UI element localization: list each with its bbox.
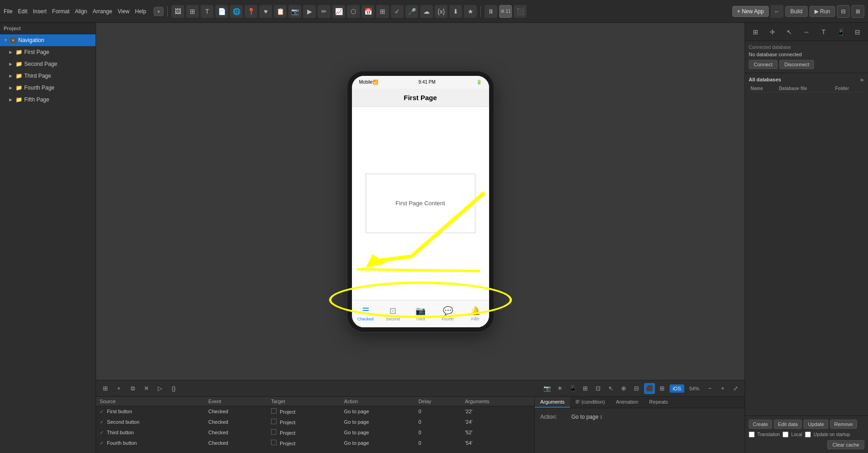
sidebar-item-first-page[interactable]: ▶ 📁 First Page (0, 46, 96, 58)
tab-repeats[interactable]: Repeats (644, 397, 673, 408)
grid2-icon[interactable]: ⊞ (376, 5, 389, 18)
screenshot-icon[interactable]: 📷 (542, 383, 553, 394)
sidebar-item-fourth-page[interactable]: ▶ 📁 Fourth Page (0, 82, 96, 94)
sidebar-item-label-third-page: Third Page (24, 73, 51, 79)
zoom-out-btn[interactable]: − (704, 383, 715, 394)
pattern-icon[interactable]: ⊞ (580, 383, 591, 394)
debug-badge[interactable]: ⚙ 11 (499, 5, 512, 18)
translation-checkbox[interactable] (749, 432, 755, 437)
sidebar-item-third-page[interactable]: ▶ 📁 Third Page (0, 70, 96, 82)
clear-cache-button[interactable]: Clear cache (827, 440, 864, 449)
menu-format[interactable]: Format (52, 8, 69, 15)
tab-animation[interactable]: Animation (610, 397, 644, 408)
layout-icon[interactable]: ⊞ (100, 383, 111, 394)
table-row[interactable]: ✓ Third button Checked Project Go to pag… (96, 427, 534, 438)
update-startup-checkbox[interactable] (805, 432, 811, 437)
chart-icon[interactable]: 📈 (332, 5, 345, 18)
grid-icon[interactable]: ⊞ (186, 5, 199, 18)
component-icon[interactable]: ⬛ (514, 5, 527, 18)
text-icon[interactable]: T (201, 5, 213, 18)
menu-help[interactable]: Help (135, 8, 146, 15)
run-button[interactable]: ▶ Run (809, 6, 835, 17)
sidebar-item-fifth-page[interactable]: ▶ 📁 Fifth Page (0, 94, 96, 106)
rt-align-icon[interactable]: ⊞ (749, 26, 762, 38)
cursor-icon[interactable]: ↖ (606, 383, 617, 394)
add-button[interactable]: + (154, 7, 164, 16)
mobile-icon[interactable]: 📱 (567, 383, 578, 394)
phone-tab-fourth[interactable]: 💬 Fourth (434, 306, 462, 321)
menu-edit[interactable]: Edit (18, 8, 27, 15)
select-icon[interactable]: ⊡ (593, 383, 604, 394)
sidebar-item-navigation[interactable]: ▼ ≡ Navigation (0, 34, 96, 46)
video-icon[interactable]: ▶ (303, 5, 316, 18)
phone-content[interactable]: First Page Content (352, 107, 489, 300)
menu-insert[interactable]: Insert (33, 8, 47, 15)
table-row[interactable]: ✓ First button Checked Project Go to pag… (96, 406, 534, 417)
remove-btn[interactable]: Remove (830, 420, 857, 429)
info-icon[interactable]: ℹ (600, 414, 602, 420)
menu-file[interactable]: File (4, 8, 12, 15)
all-db-section: All databases ▶ Name Database file Folde… (745, 73, 868, 416)
menu-arrange[interactable]: Arrange (93, 8, 112, 15)
connect-button[interactable]: Connect (749, 60, 777, 69)
code2-icon[interactable]: {} (168, 383, 179, 394)
rt-move-icon[interactable]: ✛ (766, 26, 779, 38)
check-icon[interactable]: ✓ (391, 5, 404, 18)
panel-icon[interactable]: ⊞ (657, 383, 668, 394)
new-app-button[interactable]: + New App (732, 6, 769, 17)
cube-icon[interactable]: ⬡ (347, 5, 360, 18)
phone-tab-fifth[interactable]: 🔔 Fifth (462, 306, 489, 321)
plus-btn[interactable]: + (113, 383, 124, 394)
phone-tab-third[interactable]: 📷 Third (407, 306, 434, 321)
table-row[interactable]: ✓ Second button Checked Project Go to pa… (96, 417, 534, 427)
star-icon[interactable]: ★ (464, 5, 477, 18)
highlight-icon[interactable]: ⬛ (644, 383, 655, 394)
tab-arguments[interactable]: Arguments (535, 397, 570, 408)
pdf-icon[interactable]: 📄 (215, 5, 228, 18)
tab-condition[interactable]: IF (condition) (570, 397, 610, 408)
heart-icon[interactable]: ♥ (259, 5, 272, 18)
platform-ios[interactable]: iOS (670, 384, 684, 393)
rt-cursor-icon[interactable]: ↖ (783, 26, 796, 38)
camera-icon[interactable]: 📷 (288, 5, 301, 18)
update-btn[interactable]: Update (804, 420, 828, 429)
rt-db-icon[interactable]: ⊟ (851, 26, 864, 38)
window-right-btn[interactable]: ⊞ (852, 5, 864, 18)
build-button[interactable]: Build (785, 6, 808, 17)
expand-icon[interactable]: ▶ (861, 77, 864, 82)
cloud-icon[interactable]: ☁ (420, 5, 433, 18)
action-btn[interactable]: ▷ (154, 383, 165, 394)
zoom-in-btn[interactable]: + (717, 383, 728, 394)
brightness-icon[interactable]: ☀ (554, 383, 565, 394)
mic-icon[interactable]: 🎤 (405, 5, 418, 18)
delete-btn[interactable]: ✕ (141, 383, 152, 394)
disconnect-button[interactable]: Disconnect (779, 60, 814, 69)
web-icon[interactable]: 🌐 (230, 5, 243, 18)
download-icon[interactable]: ⬇ (449, 5, 462, 18)
table-row[interactable]: ✓ Fourth button Checked Project Go to pa… (96, 438, 534, 448)
edit-data-btn[interactable]: Edit data (774, 420, 802, 429)
phone-tab-second[interactable]: ⊡ Second (379, 306, 407, 321)
create-btn[interactable]: Create (749, 420, 772, 429)
phone-tab-first[interactable]: ☰ Checked (352, 306, 379, 321)
frame-icon[interactable]: ⊟ (631, 383, 642, 394)
image-icon[interactable]: 🖼 (171, 5, 184, 18)
copy-icon[interactable]: 📋 (274, 5, 287, 18)
menu-align[interactable]: Align (75, 8, 87, 15)
duplicate-btn[interactable]: ⧉ (127, 383, 138, 394)
calendar-icon[interactable]: 📅 (362, 5, 374, 18)
local-checkbox[interactable] (783, 432, 788, 437)
fullscreen-icon[interactable]: ⤢ (730, 383, 741, 394)
menu-view[interactable]: View (117, 8, 129, 15)
back-icon[interactable]: ← (771, 5, 783, 18)
rt-text-icon[interactable]: T (817, 26, 830, 38)
pencil-icon[interactable]: ✏ (318, 5, 330, 18)
sidebar-item-second-page[interactable]: ▶ 📁 Second Page (0, 58, 96, 70)
rt-resize-icon[interactable]: ↔ (800, 26, 813, 38)
pin-icon[interactable]: 📍 (245, 5, 257, 18)
code-icon[interactable]: {x} (435, 5, 447, 18)
window-left-btn[interactable]: ⊟ (837, 5, 850, 18)
snap-icon[interactable]: ⊕ (618, 383, 629, 394)
pause-icon[interactable]: ⏸ (485, 5, 497, 18)
rt-phone-icon[interactable]: 📱 (834, 26, 847, 38)
